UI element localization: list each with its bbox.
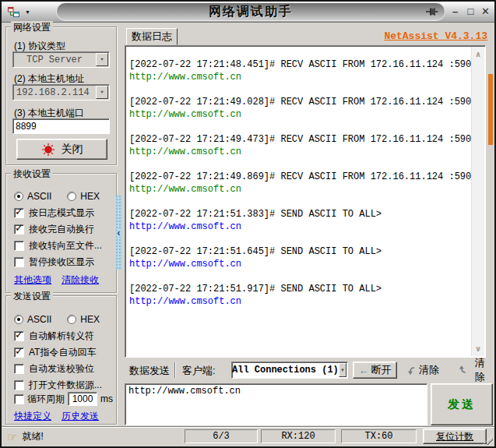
client-value: All Connections (1) xyxy=(232,365,339,376)
scroll-up-icon[interactable]: ∧ xyxy=(472,50,484,58)
checkbox-label: 自动解析转义符 xyxy=(29,330,94,343)
server-close-label: 关闭 xyxy=(62,143,83,157)
send-settings-group: 发送设置 ASCII HEX 自动解析转义符 AT指令自动回车 自动发送校验位 … xyxy=(5,295,117,425)
clear-recv-button[interactable]: 清除 xyxy=(405,362,439,378)
radio-icon xyxy=(67,315,76,324)
left-arrow-icon: ← xyxy=(359,365,369,376)
radio-hex[interactable]: HEX xyxy=(67,191,100,202)
reset-count-button[interactable]: 复位计数 xyxy=(423,429,487,444)
protocol-select[interactable]: TCP Server ▼ xyxy=(12,51,110,68)
other-options-link[interactable]: 其他选项 xyxy=(14,273,51,287)
radio-icon xyxy=(14,315,23,324)
cycle-unit: ms xyxy=(100,393,113,404)
radio-icon xyxy=(14,192,23,201)
checkbox-pause-display[interactable]: 暂停接收区显示 xyxy=(14,256,94,268)
host-select[interactable]: 192.168.2.114 ▼ xyxy=(12,84,110,101)
server-close-button[interactable]: 关闭 xyxy=(16,139,107,160)
disconnect-button[interactable]: ← 断开 xyxy=(353,362,397,379)
app-menu[interactable]: ▼ xyxy=(7,5,30,19)
log-scrollbar[interactable]: ∧ ∨ xyxy=(471,47,484,356)
send-links-row: 快捷定义 历史发送 xyxy=(14,410,99,422)
send-input[interactable]: http://www.cmsoft.cn xyxy=(125,383,427,425)
history-send-link[interactable]: 历史发送 xyxy=(62,410,99,423)
network-nodes-icon xyxy=(7,5,20,19)
checkbox-label: 按日志模式显示 xyxy=(29,206,94,220)
checkbox-log-mode[interactable]: 按日志模式显示 xyxy=(14,206,94,219)
host-value: 192.168.2.114 xyxy=(13,87,96,98)
rx-counter: RX:120 xyxy=(261,429,336,443)
quick-define-link[interactable]: 快捷定义 xyxy=(14,410,51,423)
log-entry-body: http://www.cmsoft.cn xyxy=(129,71,471,83)
radio-hex[interactable]: HEX xyxy=(67,314,100,325)
clear-recv-link[interactable]: 清除接收 xyxy=(62,273,99,287)
checkbox-at-cr[interactable]: AT指令自动回车 xyxy=(14,346,96,358)
chevron-down-icon[interactable]: ▼ xyxy=(96,53,108,66)
log-entry: [2022-07-22 17:21:49.473]# RECV ASCII FR… xyxy=(129,133,471,158)
log-entry: [2022-07-22 17:21:51.917]# SEND ASCII TO… xyxy=(129,283,471,308)
title-band: 网络调试助手 xyxy=(56,2,445,21)
cycle-label: 循环周期 xyxy=(27,393,65,406)
chevron-down-icon[interactable]: ▼ xyxy=(96,86,108,99)
data-log-area[interactable]: [2022-07-22 17:21:48.451]# RECV ASCII FR… xyxy=(125,45,486,358)
log-entry-body: http://www.cmsoft.cn xyxy=(129,220,471,233)
frame-scroll-indicator xyxy=(488,74,493,145)
protocol-value: TCP Server xyxy=(13,55,96,65)
checkbox-recv-to-file[interactable]: 接收转向至文件... xyxy=(14,239,102,252)
reset-count-label: 复位计数 xyxy=(436,430,473,443)
log-entry-header: [2022-07-22 17:21:48.451]# RECV ASCII FR… xyxy=(129,58,471,71)
minimize-button[interactable]: – xyxy=(449,4,462,19)
client-label: 客户端: xyxy=(182,364,216,378)
curved-up-arrow-icon xyxy=(456,365,467,376)
pointing-hand-icon: ☞ xyxy=(7,432,17,443)
status-text: 就绪! xyxy=(22,430,43,443)
scroll-down-icon[interactable]: ∨ xyxy=(472,344,484,353)
disconnect-label: 断开 xyxy=(371,363,392,377)
radio-ascii[interactable]: ASCII xyxy=(14,191,51,202)
tab-data-log-label: 数据日志 xyxy=(132,30,172,44)
log-entry-header: [2022-07-22 17:21:51.645]# SEND ASCII TO… xyxy=(129,245,471,258)
checkbox-auto-escape[interactable]: 自动解析转义符 xyxy=(14,330,94,342)
send-button[interactable]: 发送 xyxy=(431,383,493,425)
checkbox-file-source[interactable]: 打开文件数据源... xyxy=(14,379,102,391)
log-entry: [2022-07-22 17:21:49.028]# RECV ASCII FR… xyxy=(129,96,471,121)
send-format-radios: ASCII HEX xyxy=(14,313,100,326)
radio-ascii[interactable]: ASCII xyxy=(14,314,51,325)
tab-data-send[interactable]: 数据发送 xyxy=(129,364,170,378)
group-title: 接收设置 xyxy=(11,168,53,181)
radio-hex-label: HEX xyxy=(80,314,100,325)
pin-button[interactable] xyxy=(425,5,439,20)
chevron-down-icon[interactable]: ▼ xyxy=(339,363,346,377)
group-title: 发送设置 xyxy=(11,290,53,303)
port-input[interactable] xyxy=(12,118,110,134)
window-title: 网络调试助手 xyxy=(209,4,293,20)
radio-icon xyxy=(67,192,76,201)
status-bar: ☞ 就绪! 6/3 RX:120 TX:60 复位计数 xyxy=(2,426,494,446)
clear-send-label: 清除 xyxy=(470,356,490,384)
log-entry-header: [2022-07-22 17:21:49.473]# RECV ASCII FR… xyxy=(129,133,471,146)
log-entry-header: [2022-07-22 17:21:51.917]# SEND ASCII TO… xyxy=(129,283,471,295)
close-button[interactable]: ✕ xyxy=(479,4,492,19)
collapse-arrow-icon: ‹ xyxy=(117,229,120,237)
maximize-button[interactable]: □ xyxy=(464,4,477,19)
log-entry: [2022-07-22 17:21:48.451]# RECV ASCII FR… xyxy=(129,58,471,83)
checkbox-icon xyxy=(14,380,24,390)
netassist-window: ▼ 网络调试助手 – □ ✕ 网络设置 (1) 协议类型 TCP Server … xyxy=(0,0,496,448)
log-entry: [2022-07-22 17:21:49.869]# RECV ASCII FR… xyxy=(129,171,471,196)
sidebar-collapse-splitter[interactable]: ‹ xyxy=(115,195,122,270)
checkbox-auto-checksum[interactable]: 自动发送校验位 xyxy=(14,362,94,375)
version-link[interactable]: NetAssist V4.3.13 xyxy=(384,30,487,42)
pushpin-icon xyxy=(425,5,439,18)
group-title: 网络设置 xyxy=(11,21,53,34)
send-button-label: 发送 xyxy=(448,397,476,412)
checkbox-icon xyxy=(14,241,24,251)
checkbox-cycle-send[interactable]: 循环周期 ms xyxy=(14,393,113,405)
cycle-input[interactable] xyxy=(68,392,97,406)
client-select[interactable]: All Connections (1) ▼ xyxy=(231,362,348,379)
connection-counter: 6/3 xyxy=(185,429,258,443)
log-entry-body: http://www.cmsoft.cn xyxy=(129,295,471,308)
checkbox-auto-newline[interactable]: 接收完自动换行 xyxy=(14,223,94,235)
recv-settings-group: 接收设置 ASCII HEX 按日志模式显示 接收完自动换行 接收转向至文件..… xyxy=(5,173,117,293)
clear-send-button[interactable]: 清除 xyxy=(456,362,490,378)
tab-data-log[interactable]: 数据日志 xyxy=(126,28,178,45)
app-menu-arrow-icon: ▼ xyxy=(25,9,30,15)
